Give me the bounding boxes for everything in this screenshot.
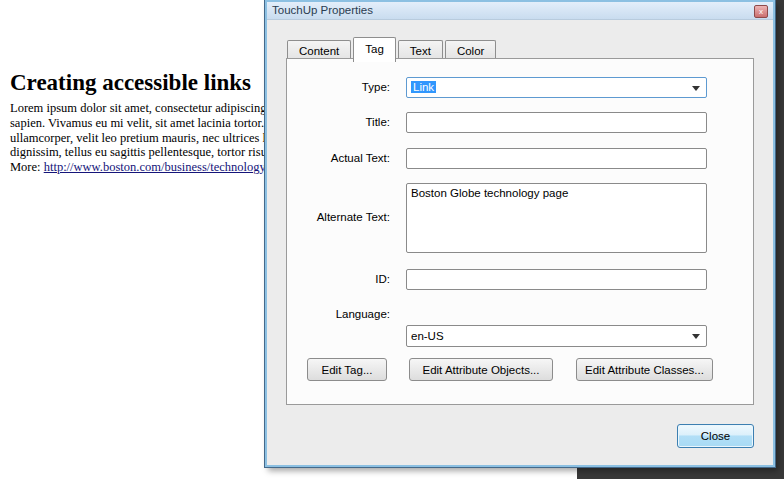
language-combobox[interactable]: en-US — [406, 325, 707, 347]
tag-tab-panel: Type: Link Title: Actual Text: Alternate… — [286, 58, 754, 405]
language-selected-value: en-US — [411, 330, 444, 342]
document-hyperlink[interactable]: http://www.boston.com/business/technolog… — [44, 160, 270, 174]
type-label: Type: — [287, 81, 390, 93]
more-line: More: http://www.boston.com/business/tec… — [10, 160, 269, 175]
chevron-down-icon[interactable] — [692, 86, 700, 91]
dialog-titlebar[interactable]: TouchUp Properties x — [267, 2, 773, 20]
chevron-down-icon[interactable] — [692, 334, 700, 339]
edit-attribute-classes-button[interactable]: Edit Attribute Classes... — [576, 358, 713, 381]
more-label: More: — [10, 160, 44, 174]
edit-tag-button[interactable]: Edit Tag... — [307, 358, 387, 381]
id-input[interactable] — [406, 269, 707, 290]
actual-text-label: Actual Text: — [287, 152, 390, 164]
document-body-text: Lorem ipsum dolor sit amet, consectetur … — [10, 101, 276, 160]
type-selected-value: Link — [411, 81, 436, 93]
body-line: ullamcorper, velit leo pretium mauris, n… — [10, 131, 276, 146]
type-combobox[interactable]: Link — [406, 77, 707, 98]
close-icon[interactable]: x — [754, 5, 768, 18]
actual-text-input[interactable] — [406, 148, 707, 169]
id-label: ID: — [287, 273, 390, 285]
body-line: Lorem ipsum dolor sit amet, consectetur … — [10, 101, 276, 116]
title-label: Title: — [287, 116, 390, 128]
body-line: dignissim, tellus eu sagittis pellentesq… — [10, 145, 276, 160]
body-line: sapien. Vivamus eu mi velit, sit amet la… — [10, 116, 276, 131]
title-input[interactable] — [406, 112, 707, 133]
touchup-properties-dialog: TouchUp Properties x Content Tag Text Co… — [265, 0, 775, 467]
tab-tag[interactable]: Tag — [353, 37, 396, 62]
close-button[interactable]: Close — [677, 424, 754, 448]
dialog-title: TouchUp Properties — [272, 4, 373, 16]
alternate-text-textarea[interactable]: Boston Globe technology page — [406, 183, 707, 253]
document-heading: Creating accessible links — [10, 70, 251, 96]
alternate-text-label: Alternate Text: — [287, 211, 390, 223]
edit-attribute-objects-button[interactable]: Edit Attribute Objects... — [409, 358, 553, 381]
language-label: Language: — [287, 308, 390, 320]
